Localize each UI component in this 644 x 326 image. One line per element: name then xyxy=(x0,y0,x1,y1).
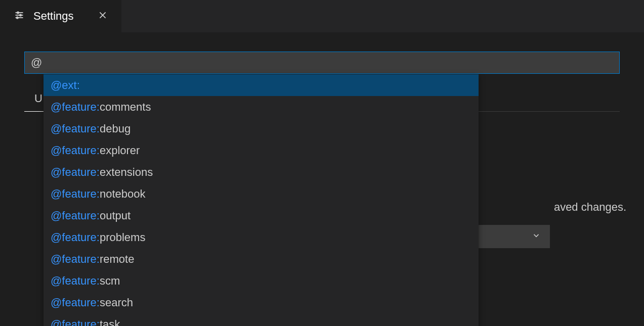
tab-bar-empty xyxy=(121,0,645,32)
suggestion-value: output xyxy=(100,207,131,224)
suggestion-value: extensions xyxy=(100,163,153,181)
suggestion-key: feature: xyxy=(62,315,100,326)
suggestion-item[interactable]: @feature:notebook xyxy=(44,183,479,205)
suggestion-prefix: @ xyxy=(51,294,62,311)
tab-settings[interactable]: Settings xyxy=(0,0,121,32)
suggestion-item[interactable]: @feature:extensions xyxy=(44,161,479,183)
suggestion-item[interactable]: @feature:remote xyxy=(44,248,479,270)
suggestion-prefix: @ xyxy=(51,250,62,268)
suggestion-prefix: @ xyxy=(51,272,62,290)
setting-select-dropdown[interactable] xyxy=(477,225,550,248)
suggestion-value: task xyxy=(100,315,120,326)
suggestion-item[interactable]: @feature:scm xyxy=(44,270,479,292)
suggestion-value: scm xyxy=(100,272,120,290)
suggestion-key: feature: xyxy=(62,142,100,159)
tab-label: Settings xyxy=(33,10,74,23)
suggestion-prefix: @ xyxy=(51,207,62,224)
suggestion-prefix: @ xyxy=(51,98,62,116)
suggestion-key: feature: xyxy=(62,250,100,268)
suggestion-prefix: @ xyxy=(51,142,62,159)
suggestion-item[interactable]: @feature:explorer xyxy=(44,139,479,161)
suggestion-key: feature: xyxy=(62,185,100,203)
svg-point-3 xyxy=(17,12,19,13)
suggestion-key: feature: xyxy=(62,272,100,290)
suggestion-prefix: @ xyxy=(51,76,62,94)
suggestion-key: ext: xyxy=(62,76,79,94)
scope-tab-user-label: U xyxy=(34,92,42,105)
suggestion-key: feature: xyxy=(62,228,100,246)
suggestion-value: problems xyxy=(100,228,145,246)
suggestion-key: feature: xyxy=(62,120,100,137)
suggestion-item[interactable]: @feature:task xyxy=(44,313,479,326)
suggestion-value: debug xyxy=(100,120,131,137)
suggestion-item[interactable]: @feature:search xyxy=(44,292,479,313)
chevron-down-icon xyxy=(532,231,541,242)
search-suggestions-dropdown: @ext:@feature:comments@feature:debug@fea… xyxy=(44,74,479,326)
suggestion-value: notebook xyxy=(100,185,146,203)
suggestion-prefix: @ xyxy=(51,120,62,137)
suggestion-item[interactable]: @feature:output xyxy=(44,205,479,226)
suggestion-prefix: @ xyxy=(51,163,62,181)
suggestion-prefix: @ xyxy=(51,228,62,246)
svg-point-5 xyxy=(17,17,18,18)
suggestion-value: remote xyxy=(100,250,134,268)
suggestion-prefix: @ xyxy=(51,315,62,326)
suggestion-item[interactable]: @ext: xyxy=(44,74,479,96)
suggestion-value: search xyxy=(100,294,133,311)
suggestion-key: feature: xyxy=(62,163,100,181)
settings-tab-icon xyxy=(14,10,24,22)
suggestion-item[interactable]: @feature:comments xyxy=(44,96,479,118)
suggestion-key: feature: xyxy=(62,207,100,224)
close-icon[interactable] xyxy=(98,11,107,22)
settings-search-input[interactable] xyxy=(24,52,620,74)
suggestion-key: feature: xyxy=(62,98,100,116)
suggestion-key: feature: xyxy=(62,294,100,311)
suggestion-prefix: @ xyxy=(51,185,62,203)
suggestion-value: comments xyxy=(100,98,151,116)
background-setting-description: aved changes. xyxy=(554,201,626,214)
svg-point-4 xyxy=(20,14,21,16)
search-container xyxy=(24,52,620,74)
suggestion-value: explorer xyxy=(100,142,140,159)
editor-tab-bar: Settings xyxy=(0,0,644,32)
suggestion-item[interactable]: @feature:debug xyxy=(44,118,479,139)
suggestion-item[interactable]: @feature:problems xyxy=(44,226,479,248)
